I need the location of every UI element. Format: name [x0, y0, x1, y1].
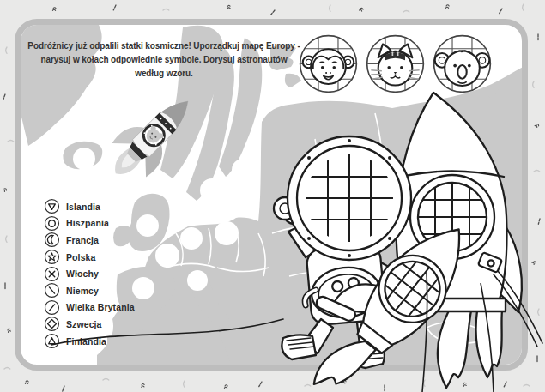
legend-label: Wielka Brytania: [66, 302, 135, 312]
legend-item-hiszpania: Hiszpania: [44, 215, 135, 232]
symbol-x-icon: [44, 266, 60, 282]
example-koala-circle: [431, 33, 494, 95]
rocket-with-animal: [90, 68, 219, 196]
legend-item-wlochy: Włochy: [44, 265, 135, 282]
legend-label: Francja: [66, 235, 99, 245]
legend-label: Szwecja: [66, 319, 102, 329]
legend-label: Islandia: [66, 202, 100, 212]
instruction-line-2: narysuj w kołach odpowiednie symbole. Do…: [27, 53, 300, 67]
symbol-slash-icon: [44, 299, 60, 316]
legend-item-szwecja: Szwecja: [44, 316, 135, 333]
worksheet-page: Podróżnicy już odpalili statki kosmiczne…: [15, 19, 528, 371]
instruction-line-3: według wzoru.: [27, 67, 300, 81]
instruction-line-1: Podróżnicy już odpalili statki kosmiczne…: [27, 39, 300, 53]
legend-item-islandia: Islandia: [44, 198, 135, 215]
legend-label: Włochy: [66, 268, 99, 279]
symbol-backslash-icon: [44, 282, 60, 299]
symbol-crescent-icon: [44, 232, 60, 248]
symbol-circle-icon: [44, 215, 60, 232]
legend-item-wielka-brytania: Wielka Brytania: [44, 299, 135, 317]
legend-item-polska: Polska: [44, 249, 135, 266]
legend-label: Hiszpania: [66, 218, 109, 228]
example-cat-circle: [364, 33, 427, 95]
legend-label: Polska: [66, 252, 95, 262]
legend-item-niemcy: Niemcy: [44, 282, 135, 299]
legend-item-francja: Francja: [44, 232, 135, 249]
symbol-triangle-down-icon: [44, 198, 60, 214]
instruction-text: Podróżnicy już odpalili statki kosmiczne…: [27, 39, 300, 81]
legend-item-finlandia: Finlandia: [44, 333, 135, 350]
example-animal-circles: [297, 33, 494, 95]
legend-label: Niemcy: [66, 286, 99, 296]
country-symbol-legend: Islandia Hiszpania Francja Polska: [44, 198, 135, 349]
symbol-star-icon: [44, 249, 60, 265]
example-monkey-circle: [297, 33, 360, 95]
legend-label: Finlandia: [66, 336, 106, 347]
symbol-diamond-icon: [44, 316, 60, 332]
worksheet-canvas: Podróżnicy już odpalili statki kosmiczne…: [0, 0, 545, 392]
symbol-triangle-up-icon: [44, 333, 60, 349]
